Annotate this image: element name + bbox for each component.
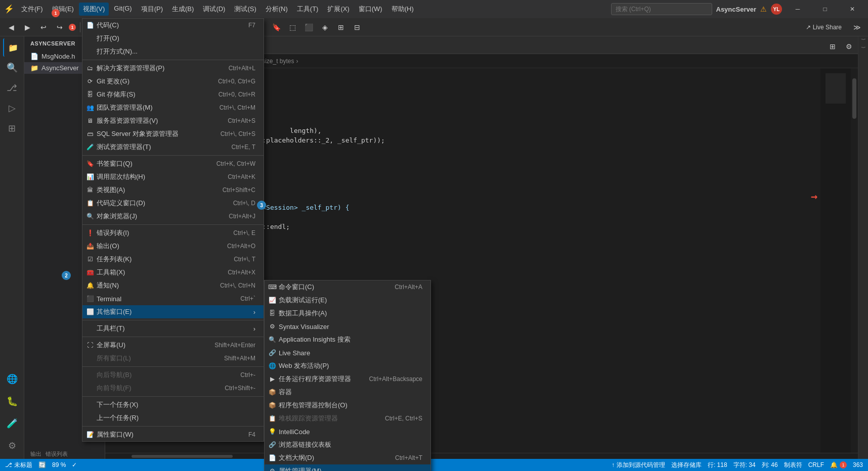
menu-call-hierarchy[interactable]: 📊 调用层次结构(H) Ctrl+Alt+K (82, 170, 264, 183)
menu-view-open[interactable]: 打开(O) (82, 32, 264, 45)
user-avatar[interactable]: YL (771, 4, 782, 15)
menu-toolbox[interactable]: 🧰 工具箱(X) Ctrl+Alt+X (82, 266, 264, 279)
toolbar-icon-8[interactable]: ◈ (318, 20, 332, 34)
live-share-button[interactable]: ↗ Live Share (802, 22, 846, 33)
status-sync[interactable]: 🔄 (38, 461, 46, 468)
right-sidebar-icon-2[interactable]: ⟩ (861, 46, 866, 49)
back-button[interactable]: ◀ (4, 20, 18, 34)
menu-window[interactable]: 窗口(W) (355, 3, 386, 16)
add-source-control[interactable]: ↑ 添加到源代码管理 (612, 461, 665, 469)
menu-debug[interactable]: 调试(D) (199, 3, 229, 16)
toolbar-icon-5[interactable]: 🔖 (269, 20, 283, 34)
toolbar-icon-10[interactable]: ⊟ (350, 20, 364, 34)
menu-code-definition[interactable]: 📋 代码定义窗口(D) Ctrl+\, D (82, 197, 264, 210)
close-button[interactable]: ✕ (841, 0, 864, 18)
activity-extensions[interactable]: ⊞ (3, 119, 21, 137)
sub-property-manager[interactable]: ⚙ 属性管理器(M) (265, 464, 430, 471)
menu-notifications[interactable]: 🔔 通知(N) Ctrl+\, Ctrl+N (82, 279, 264, 292)
activity-run[interactable]: ▷ (3, 99, 21, 117)
activity-search[interactable]: 🔍 (3, 59, 21, 77)
menu-bookmark-window[interactable]: 🔖 书签窗口(Q) Ctrl+K, Ctrl+W (82, 157, 264, 170)
editor-settings-button[interactable]: ⚙ (842, 39, 856, 54)
menu-build[interactable]: 生成(B) (168, 3, 198, 16)
undo-button[interactable]: ↩ (36, 20, 51, 34)
activity-remote[interactable]: 🌐 (3, 370, 21, 388)
menu-git-changes[interactable]: ⟳ Git 更改(G) Ctrl+0, Ctrl+G (82, 75, 264, 88)
menu-object-browser[interactable]: 🔍 对象浏览器(J) Ctrl+Alt+J (82, 210, 264, 223)
status-line[interactable]: 行: 118 (708, 461, 727, 469)
sub-syntax-viz[interactable]: ⚙ Syntax Visualizer (265, 320, 430, 333)
sub-app-insights[interactable]: 🔍 Application Insights 搜索 (265, 333, 430, 346)
redo-button[interactable]: ↪ (53, 20, 67, 34)
sub-command-window[interactable]: ⌨ 命令窗口(C) Ctrl+Alt+A (265, 280, 430, 294)
forward-button[interactable]: ▶ (20, 20, 34, 34)
menu-output[interactable]: 📤 输出(O) Ctrl+Alt+O (82, 240, 264, 253)
activity-git[interactable]: ⎇ (3, 79, 21, 97)
menu-server-explorer[interactable]: 🖥 服务器资源管理器(V) Ctrl+Alt+S (82, 114, 264, 127)
sub-data-tools[interactable]: 🗄 数据工具操作(A) (265, 307, 430, 320)
sub-package-console[interactable]: 📦 程序包管理器控制台(O) (265, 399, 430, 412)
menu-extensions[interactable]: 扩展(X) (323, 3, 353, 16)
menu-test[interactable]: 测试(S) (230, 3, 260, 16)
menu-other-windows[interactable]: ⬜ 其他窗口(E) › (82, 305, 264, 318)
sub-load-test[interactable]: 📈 负载测试运行(E) (265, 294, 430, 307)
menu-tools[interactable]: 工具(T) (293, 3, 323, 16)
status-branch[interactable]: ⎇ 未标题 (5, 461, 32, 469)
vertical-scrollbar[interactable] (851, 68, 858, 453)
horizontal-thumb[interactable] (132, 455, 233, 458)
menu-project[interactable]: 项目(P) (137, 3, 167, 16)
toolbar-icon-9[interactable]: ⊞ (334, 20, 348, 34)
maximize-button[interactable]: □ (813, 0, 837, 18)
scrollbar-thumb[interactable] (852, 78, 856, 119)
menu-solution-explorer[interactable]: 🗂 解决方案资源管理器(P) Ctrl+Alt+L (82, 62, 264, 75)
status-notification[interactable]: 🔔 1 (830, 461, 847, 469)
toolbar-icon-7[interactable]: ⬛ (301, 20, 316, 34)
menu-sql-explorer[interactable]: 🗃 SQL Server 对象资源管理器 Ctrl+\, Ctrl+S (82, 127, 264, 140)
menu-next-task[interactable]: 下一个任务(X) (82, 398, 264, 411)
sub-intellicode[interactable]: 💡 IntelliCode (265, 425, 430, 438)
status-col[interactable]: 列: 46 (762, 461, 778, 469)
output-tab[interactable]: 输出 (30, 450, 41, 458)
status-number[interactable]: 363 (853, 461, 863, 469)
menu-team-explorer[interactable]: 👥 团队资源管理器(M) Ctrl+\, Ctrl+M (82, 101, 264, 114)
search-input[interactable] (611, 3, 712, 15)
split-editor-button[interactable]: ⊞ (826, 39, 840, 54)
status-char[interactable]: 字符: 34 (733, 461, 756, 469)
menu-view-open-with[interactable]: 打开方式(N)... (82, 45, 264, 58)
activity-test-side[interactable]: 🧪 (3, 414, 21, 433)
sub-browser-link[interactable]: 🔗 浏览器链接仪表板 (265, 438, 430, 451)
sub-task-runner[interactable]: ▶ 任务运行程序资源管理器 Ctrl+Alt+Backsapce (265, 372, 430, 386)
status-zoom[interactable]: 89 % (52, 461, 66, 468)
status-encoding[interactable]: CRLF (808, 461, 824, 469)
horizontal-scrollbar[interactable] (105, 453, 858, 459)
toolbar-icon-6[interactable]: ⬚ (285, 20, 299, 34)
menu-git[interactable]: Git(G) (110, 3, 136, 16)
menu-prev-task[interactable]: 上一个任务(R) (82, 411, 264, 425)
select-repo[interactable]: 选择存储库 (671, 461, 702, 469)
menu-class-view[interactable]: 🏛 类视图(A) Ctrl+Shift+C (82, 183, 264, 197)
menu-toolbar[interactable]: 工具栏(T) › (82, 322, 264, 335)
menu-task-list[interactable]: ☑ 任务列表(K) Ctrl+\, T (82, 253, 264, 266)
toolbar-extra[interactable]: ≫ (850, 20, 864, 34)
sub-containers[interactable]: 📦 容器 (265, 386, 430, 399)
error-tab[interactable]: 错误列表 (46, 450, 68, 458)
activity-explorer[interactable]: 📁 (3, 38, 21, 57)
sub-live-share[interactable]: 🔗 Live Share (265, 346, 430, 359)
menu-fullscreen[interactable]: ⛶ 全屏幕(U) Shift+Alt+Enter (82, 339, 264, 352)
right-sidebar-icon-1[interactable]: ⟩ (861, 38, 866, 40)
menu-properties-window[interactable]: 📝 属性窗口(W) F4 (82, 428, 264, 441)
menu-analyze[interactable]: 分析(N) (262, 3, 292, 16)
sub-document-outline[interactable]: 📄 文档大纲(D) Ctrl+Alt+T (265, 451, 430, 464)
minimize-button[interactable]: ─ (786, 0, 809, 18)
status-check[interactable]: ✓ (72, 461, 79, 468)
menu-terminal[interactable]: ⬛ Terminal Ctrl+` (82, 292, 264, 305)
menu-help[interactable]: 帮助(H) (387, 3, 418, 16)
menu-error-list[interactable]: ❗ 错误列表(I) Ctrl+\, E (82, 226, 264, 240)
sub-web-publish[interactable]: 🌐 Web 发布活动(P) (265, 359, 430, 372)
activity-settings[interactable]: ⚙ (3, 437, 21, 455)
menu-view-code[interactable]: 📄 代码(C) F7 (82, 19, 264, 32)
menu-git-repo[interactable]: 🗄 Git 存储库(S) Ctrl+0, Ctrl+R (82, 88, 264, 101)
activity-debug-side[interactable]: 🐛 (3, 392, 21, 410)
menu-file[interactable]: 文件(F) (17, 3, 47, 16)
menu-test-explorer[interactable]: 🧪 测试资源管理器(T) Ctrl+E, T (82, 140, 264, 154)
